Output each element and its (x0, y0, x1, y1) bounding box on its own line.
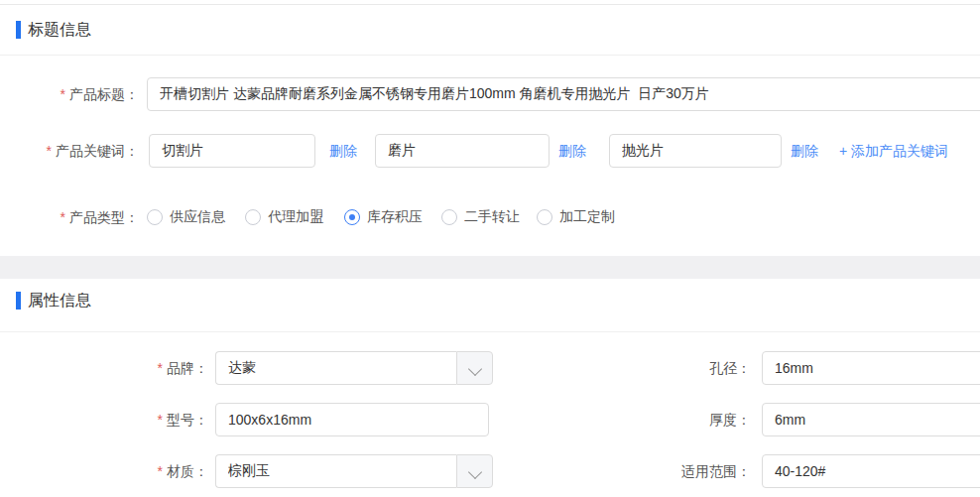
section-accent-bar (16, 292, 21, 310)
radio-product-type-secondhand[interactable]: 二手转让 (441, 200, 520, 234)
thickness-label: 厚度： (595, 403, 751, 436)
required-asterisk: * (47, 143, 52, 159)
top-divider (0, 4, 980, 5)
material-select-dropdown-button[interactable] (456, 454, 493, 488)
hole-diameter-label: 孔径： (595, 351, 751, 385)
section-title-info-heading: 标题信息 (28, 20, 91, 40)
product-title-label: *产品标题： (0, 77, 139, 111)
section-gap (0, 256, 980, 279)
material-select[interactable] (215, 454, 493, 488)
section-header-divider (0, 331, 980, 332)
keyword-delete-link-3[interactable]: 删除 (791, 134, 818, 168)
material-select-input[interactable] (215, 454, 456, 488)
model-label: *型号： (60, 403, 208, 436)
required-asterisk: * (61, 209, 65, 225)
scope-label: 适用范围： (595, 454, 751, 488)
brand-select-dropdown-button[interactable] (456, 351, 493, 385)
add-keyword-link[interactable]: + 添加产品关键词 (839, 134, 948, 168)
keyword-delete-link-2[interactable]: 删除 (558, 134, 586, 168)
keyword-input-3[interactable] (609, 134, 782, 168)
section-attribute-info-heading: 属性信息 (28, 291, 91, 311)
section-header-divider (0, 55, 980, 56)
radio-icon (147, 209, 163, 225)
keywords-label: *产品关键词： (0, 134, 139, 168)
chevron-down-icon (468, 465, 482, 479)
radio-icon (344, 209, 360, 225)
thickness-input[interactable] (762, 403, 980, 436)
product-edit-page: { "ui": { "required_mark": "*" }, "color… (0, 0, 980, 497)
radio-product-type-stock[interactable]: 库存积压 (344, 200, 423, 234)
keyword-delete-link-1[interactable]: 删除 (329, 134, 357, 168)
radio-product-type-custom[interactable]: 加工定制 (537, 200, 615, 234)
keyword-input-2[interactable] (375, 134, 550, 168)
required-asterisk: * (158, 463, 163, 479)
required-asterisk: * (61, 86, 65, 102)
required-asterisk: * (158, 360, 163, 376)
radio-product-type-supply[interactable]: 供应信息 (147, 200, 225, 234)
radio-icon (537, 209, 552, 225)
hole-diameter-input[interactable] (762, 351, 980, 385)
radio-product-type-agency[interactable]: 代理加盟 (245, 200, 323, 234)
keyword-input-1[interactable] (149, 134, 315, 168)
required-asterisk: * (158, 412, 163, 428)
material-label: *材质： (60, 454, 208, 488)
brand-label: *品牌： (60, 351, 208, 385)
section-accent-bar (16, 21, 21, 39)
chevron-down-icon (468, 362, 482, 376)
radio-icon (441, 209, 457, 225)
model-input[interactable] (215, 403, 489, 436)
brand-select-input[interactable] (215, 351, 456, 385)
scope-input[interactable] (762, 454, 980, 488)
product-title-input[interactable] (147, 77, 980, 111)
product-type-label: *产品类型： (0, 200, 139, 234)
radio-icon (245, 209, 261, 225)
brand-select[interactable] (215, 351, 493, 385)
